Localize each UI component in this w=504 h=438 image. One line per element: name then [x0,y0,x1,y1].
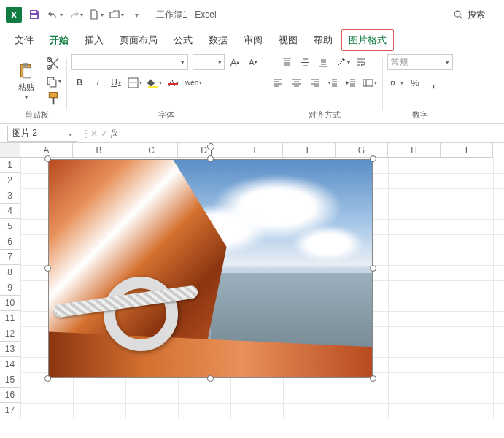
resize-handle-se[interactable] [370,375,376,382]
column-header[interactable]: B [73,143,125,158]
svg-rect-1 [31,15,37,18]
tab-formulas[interactable]: 公式 [166,29,200,51]
tab-insert[interactable]: 插入 [77,29,111,51]
group-label-font: 字体 [158,108,174,123]
cell-grid[interactable] [20,158,504,418]
resize-handle-s[interactable] [207,375,214,382]
resize-handle-ne[interactable] [370,155,376,162]
row-header[interactable]: 15 [0,372,20,388]
wrap-text-button[interactable] [354,54,370,70]
column-header[interactable]: E [230,143,283,158]
resize-handle-nw[interactable] [44,155,51,162]
tab-home[interactable]: 开始 [42,29,76,51]
fill-color-button[interactable] [146,74,163,91]
column-header[interactable]: D [178,143,230,158]
select-all-triangle[interactable] [0,143,20,158]
align-center-button[interactable] [288,74,304,91]
search-box[interactable]: 搜索 [447,6,491,24]
tab-data[interactable]: 数据 [201,29,235,51]
column-header[interactable]: F [283,143,336,158]
bucket-icon [147,77,158,88]
resize-handle-e[interactable] [370,265,376,272]
align-bottom-button[interactable] [316,54,332,70]
row-header[interactable]: 14 [0,357,20,372]
merge-button[interactable] [361,74,379,91]
row-header[interactable]: 9 [0,280,20,296]
increase-font-button[interactable]: A▴ [227,54,243,70]
borders-button[interactable] [126,74,144,91]
tab-help[interactable]: 帮助 [306,29,340,51]
column-header[interactable]: C [125,143,178,158]
phonetic-button[interactable]: wén [184,74,203,91]
resize-handle-n[interactable] [207,155,214,162]
resize-handle-w[interactable] [44,265,51,272]
align-right-button[interactable] [306,74,322,91]
row-header[interactable]: 8 [0,265,20,280]
decrease-indent-button[interactable] [325,74,341,91]
tab-view[interactable]: 视图 [271,29,305,51]
resize-handle-sw[interactable] [44,375,51,382]
inserted-picture[interactable] [48,159,373,378]
bold-button[interactable]: B [71,74,88,91]
percent-button[interactable]: % [407,74,423,91]
tab-layout[interactable]: 页面布局 [112,29,165,51]
orientation-button[interactable] [334,54,352,70]
cancel-formula-button[interactable]: ✕ [90,128,98,139]
tab-picture-format[interactable]: 图片格式 [341,29,394,51]
undo-button[interactable] [47,7,63,23]
column-header[interactable]: H [388,143,441,158]
copy-icon [45,75,58,88]
align-top-button[interactable] [279,54,295,70]
font-color-button[interactable]: A [166,74,182,91]
save-button[interactable] [26,7,42,23]
open-file-button[interactable] [108,7,124,23]
font-name-select[interactable] [71,54,188,70]
row-header[interactable]: 3 [0,188,20,204]
row-header[interactable]: 5 [0,219,20,234]
row-header[interactable]: 17 [0,403,20,418]
format-painter-button[interactable] [45,91,61,106]
qat-customize-button[interactable]: ▾ [128,7,144,23]
group-clipboard: 粘贴 ▾ 剪贴板 [6,54,67,123]
column-header[interactable]: G [336,143,388,158]
row-header[interactable]: 4 [0,204,20,219]
row-header[interactable]: 10 [0,296,20,311]
decrease-font-button[interactable]: A▾ [245,54,261,70]
comma-button[interactable]: , [425,74,441,91]
namebox-expand[interactable]: ⋮ [82,128,86,139]
tab-review[interactable]: 审阅 [236,29,270,51]
cut-button[interactable] [45,56,61,71]
svg-rect-0 [31,11,36,13]
currency-icon: ¤ [389,77,400,88]
redo-button[interactable] [67,7,83,23]
row-header[interactable]: 12 [0,326,20,342]
italic-button[interactable]: I [90,74,106,91]
formula-bar[interactable] [125,126,504,142]
paste-button[interactable]: 粘贴 ▾ [10,57,42,105]
underline-button[interactable]: U [108,74,124,91]
row-header[interactable]: 1 [0,158,20,173]
svg-rect-11 [148,86,158,88]
row-header[interactable]: 11 [0,311,20,326]
font-size-select[interactable] [193,54,225,70]
enter-formula-button[interactable]: ✓ [101,128,108,139]
fx-icon[interactable]: fx [111,128,117,139]
align-left-button[interactable] [270,74,286,91]
increase-indent-button[interactable] [343,74,359,91]
svg-point-2 [454,11,460,17]
number-format-select[interactable]: 常规 [387,54,453,70]
align-middle-button[interactable] [298,54,314,70]
row-header[interactable]: 16 [0,388,20,403]
tab-file[interactable]: 文件 [7,29,41,51]
column-header[interactable]: I [441,143,493,158]
row-header[interactable]: 2 [0,173,20,188]
new-file-button[interactable] [88,7,104,23]
paste-icon [17,61,36,80]
copy-button[interactable] [45,74,61,88]
accounting-format-button[interactable]: ¤ [387,74,405,91]
row-header[interactable]: 7 [0,250,20,265]
row-header[interactable]: 6 [0,234,20,250]
rotate-handle[interactable] [207,143,214,150]
name-box[interactable]: 图片 2 [7,126,77,142]
row-header[interactable]: 13 [0,342,20,357]
